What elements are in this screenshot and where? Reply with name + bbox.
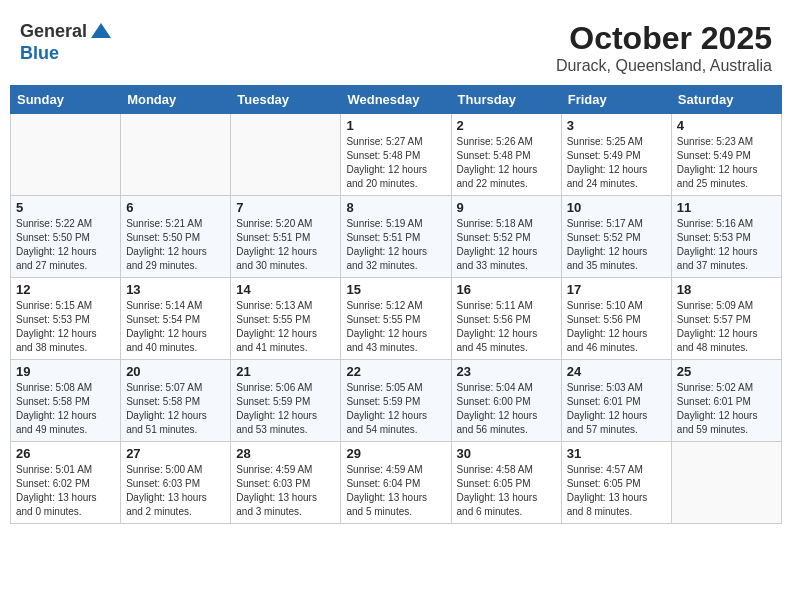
calendar-cell: 22Sunrise: 5:05 AM Sunset: 5:59 PM Dayli… [341, 360, 451, 442]
day-number: 7 [236, 200, 335, 215]
logo-general: General [20, 22, 87, 42]
calendar-cell [121, 114, 231, 196]
day-number: 22 [346, 364, 445, 379]
calendar-cell: 24Sunrise: 5:03 AM Sunset: 6:01 PM Dayli… [561, 360, 671, 442]
calendar-week-row: 19Sunrise: 5:08 AM Sunset: 5:58 PM Dayli… [11, 360, 782, 442]
day-info: Sunrise: 5:00 AM Sunset: 6:03 PM Dayligh… [126, 463, 225, 519]
day-info: Sunrise: 5:18 AM Sunset: 5:52 PM Dayligh… [457, 217, 556, 273]
day-number: 19 [16, 364, 115, 379]
day-info: Sunrise: 5:10 AM Sunset: 5:56 PM Dayligh… [567, 299, 666, 355]
day-number: 18 [677, 282, 776, 297]
day-number: 6 [126, 200, 225, 215]
calendar-cell: 5Sunrise: 5:22 AM Sunset: 5:50 PM Daylig… [11, 196, 121, 278]
calendar-week-row: 1Sunrise: 5:27 AM Sunset: 5:48 PM Daylig… [11, 114, 782, 196]
day-number: 23 [457, 364, 556, 379]
day-info: Sunrise: 5:20 AM Sunset: 5:51 PM Dayligh… [236, 217, 335, 273]
calendar-cell: 2Sunrise: 5:26 AM Sunset: 5:48 PM Daylig… [451, 114, 561, 196]
logo-icon [89, 20, 113, 44]
calendar-cell: 17Sunrise: 5:10 AM Sunset: 5:56 PM Dayli… [561, 278, 671, 360]
calendar-cell: 11Sunrise: 5:16 AM Sunset: 5:53 PM Dayli… [671, 196, 781, 278]
location-title: Durack, Queensland, Australia [556, 57, 772, 75]
day-info: Sunrise: 5:14 AM Sunset: 5:54 PM Dayligh… [126, 299, 225, 355]
calendar-cell: 8Sunrise: 5:19 AM Sunset: 5:51 PM Daylig… [341, 196, 451, 278]
day-number: 3 [567, 118, 666, 133]
day-info: Sunrise: 5:07 AM Sunset: 5:58 PM Dayligh… [126, 381, 225, 437]
day-info: Sunrise: 5:19 AM Sunset: 5:51 PM Dayligh… [346, 217, 445, 273]
day-info: Sunrise: 5:04 AM Sunset: 6:00 PM Dayligh… [457, 381, 556, 437]
day-number: 17 [567, 282, 666, 297]
calendar-cell [11, 114, 121, 196]
day-info: Sunrise: 4:57 AM Sunset: 6:05 PM Dayligh… [567, 463, 666, 519]
calendar-cell: 16Sunrise: 5:11 AM Sunset: 5:56 PM Dayli… [451, 278, 561, 360]
day-number: 30 [457, 446, 556, 461]
day-number: 12 [16, 282, 115, 297]
day-info: Sunrise: 5:06 AM Sunset: 5:59 PM Dayligh… [236, 381, 335, 437]
calendar-cell: 6Sunrise: 5:21 AM Sunset: 5:50 PM Daylig… [121, 196, 231, 278]
day-info: Sunrise: 5:13 AM Sunset: 5:55 PM Dayligh… [236, 299, 335, 355]
weekday-header-sunday: Sunday [11, 86, 121, 114]
calendar-cell: 15Sunrise: 5:12 AM Sunset: 5:55 PM Dayli… [341, 278, 451, 360]
calendar-cell: 28Sunrise: 4:59 AM Sunset: 6:03 PM Dayli… [231, 442, 341, 524]
title-section: October 2025 Durack, Queensland, Austral… [556, 20, 772, 75]
day-number: 21 [236, 364, 335, 379]
calendar-cell: 10Sunrise: 5:17 AM Sunset: 5:52 PM Dayli… [561, 196, 671, 278]
day-info: Sunrise: 5:01 AM Sunset: 6:02 PM Dayligh… [16, 463, 115, 519]
calendar-cell: 30Sunrise: 4:58 AM Sunset: 6:05 PM Dayli… [451, 442, 561, 524]
day-info: Sunrise: 5:03 AM Sunset: 6:01 PM Dayligh… [567, 381, 666, 437]
day-number: 28 [236, 446, 335, 461]
day-number: 31 [567, 446, 666, 461]
calendar-week-row: 5Sunrise: 5:22 AM Sunset: 5:50 PM Daylig… [11, 196, 782, 278]
day-number: 20 [126, 364, 225, 379]
day-info: Sunrise: 5:17 AM Sunset: 5:52 PM Dayligh… [567, 217, 666, 273]
day-number: 2 [457, 118, 556, 133]
weekday-header-thursday: Thursday [451, 86, 561, 114]
calendar-week-row: 26Sunrise: 5:01 AM Sunset: 6:02 PM Dayli… [11, 442, 782, 524]
day-number: 11 [677, 200, 776, 215]
day-info: Sunrise: 4:58 AM Sunset: 6:05 PM Dayligh… [457, 463, 556, 519]
day-info: Sunrise: 5:16 AM Sunset: 5:53 PM Dayligh… [677, 217, 776, 273]
day-info: Sunrise: 5:12 AM Sunset: 5:55 PM Dayligh… [346, 299, 445, 355]
calendar-cell: 14Sunrise: 5:13 AM Sunset: 5:55 PM Dayli… [231, 278, 341, 360]
calendar-cell: 9Sunrise: 5:18 AM Sunset: 5:52 PM Daylig… [451, 196, 561, 278]
calendar-cell [231, 114, 341, 196]
calendar-cell: 29Sunrise: 4:59 AM Sunset: 6:04 PM Dayli… [341, 442, 451, 524]
weekday-header-monday: Monday [121, 86, 231, 114]
calendar-cell: 3Sunrise: 5:25 AM Sunset: 5:49 PM Daylig… [561, 114, 671, 196]
day-info: Sunrise: 5:22 AM Sunset: 5:50 PM Dayligh… [16, 217, 115, 273]
calendar-cell: 26Sunrise: 5:01 AM Sunset: 6:02 PM Dayli… [11, 442, 121, 524]
day-info: Sunrise: 4:59 AM Sunset: 6:03 PM Dayligh… [236, 463, 335, 519]
day-info: Sunrise: 5:23 AM Sunset: 5:49 PM Dayligh… [677, 135, 776, 191]
weekday-header-tuesday: Tuesday [231, 86, 341, 114]
day-number: 16 [457, 282, 556, 297]
day-info: Sunrise: 4:59 AM Sunset: 6:04 PM Dayligh… [346, 463, 445, 519]
day-info: Sunrise: 5:11 AM Sunset: 5:56 PM Dayligh… [457, 299, 556, 355]
day-number: 25 [677, 364, 776, 379]
day-info: Sunrise: 5:21 AM Sunset: 5:50 PM Dayligh… [126, 217, 225, 273]
calendar-cell: 31Sunrise: 4:57 AM Sunset: 6:05 PM Dayli… [561, 442, 671, 524]
day-number: 24 [567, 364, 666, 379]
calendar-cell: 19Sunrise: 5:08 AM Sunset: 5:58 PM Dayli… [11, 360, 121, 442]
day-number: 5 [16, 200, 115, 215]
logo: General Blue [20, 20, 113, 64]
day-number: 13 [126, 282, 225, 297]
day-info: Sunrise: 5:27 AM Sunset: 5:48 PM Dayligh… [346, 135, 445, 191]
weekday-header-row: SundayMondayTuesdayWednesdayThursdayFrid… [11, 86, 782, 114]
day-number: 27 [126, 446, 225, 461]
calendar-cell: 23Sunrise: 5:04 AM Sunset: 6:00 PM Dayli… [451, 360, 561, 442]
day-info: Sunrise: 5:02 AM Sunset: 6:01 PM Dayligh… [677, 381, 776, 437]
weekday-header-wednesday: Wednesday [341, 86, 451, 114]
day-number: 1 [346, 118, 445, 133]
day-number: 8 [346, 200, 445, 215]
calendar-cell: 1Sunrise: 5:27 AM Sunset: 5:48 PM Daylig… [341, 114, 451, 196]
svg-rect-1 [98, 30, 104, 38]
calendar-cell: 21Sunrise: 5:06 AM Sunset: 5:59 PM Dayli… [231, 360, 341, 442]
calendar-cell: 12Sunrise: 5:15 AM Sunset: 5:53 PM Dayli… [11, 278, 121, 360]
day-number: 9 [457, 200, 556, 215]
calendar-cell: 18Sunrise: 5:09 AM Sunset: 5:57 PM Dayli… [671, 278, 781, 360]
day-number: 15 [346, 282, 445, 297]
day-info: Sunrise: 5:25 AM Sunset: 5:49 PM Dayligh… [567, 135, 666, 191]
day-info: Sunrise: 5:15 AM Sunset: 5:53 PM Dayligh… [16, 299, 115, 355]
day-info: Sunrise: 5:08 AM Sunset: 5:58 PM Dayligh… [16, 381, 115, 437]
calendar-cell: 25Sunrise: 5:02 AM Sunset: 6:01 PM Dayli… [671, 360, 781, 442]
day-info: Sunrise: 5:26 AM Sunset: 5:48 PM Dayligh… [457, 135, 556, 191]
